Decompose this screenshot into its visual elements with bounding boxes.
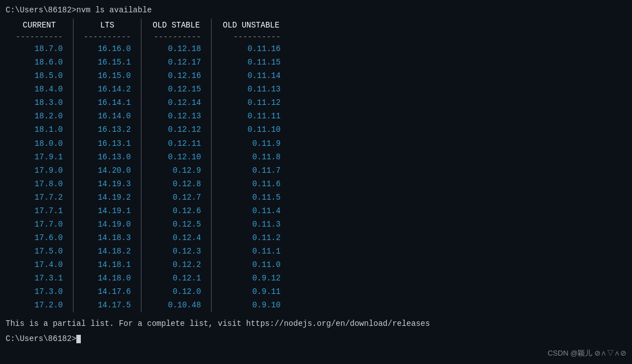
cell-old_stable: 0.12.14 [141, 96, 212, 109]
info-line: This is a partial list. For a complete l… [6, 317, 626, 331]
table-row: 17.4.014.18.10.12.20.11.0 [6, 258, 291, 271]
cell-current: 17.2.0 [6, 298, 74, 312]
table-row: 18.0.016.13.10.12.110.11.9 [6, 137, 291, 150]
cell-lts: 16.13.1 [74, 137, 141, 150]
sep-old-unstable: ---------- [212, 33, 291, 42]
cell-old_stable: 0.12.7 [141, 191, 212, 204]
cell-old_stable: 0.12.3 [141, 245, 212, 258]
cell-old_stable: 0.12.10 [141, 150, 212, 164]
cell-lts: 14.17.5 [74, 298, 141, 312]
cell-current: 17.3.1 [6, 271, 74, 285]
cell-current: 18.1.0 [6, 123, 74, 136]
cell-old_unstable: 0.11.2 [212, 231, 291, 245]
cell-old_stable: 0.12.2 [141, 258, 212, 271]
cell-old_stable: 0.12.18 [141, 42, 212, 56]
table-row: 17.3.114.18.00.12.10.9.12 [6, 271, 291, 285]
table-row: 17.9.014.20.00.12.90.11.7 [6, 164, 291, 177]
table-row: 17.3.014.17.60.12.00.9.11 [6, 285, 291, 298]
table-row: 18.7.016.16.00.12.180.11.16 [6, 42, 291, 56]
cell-lts: 14.18.3 [74, 231, 141, 245]
cell-old_stable: 0.12.5 [141, 218, 212, 231]
cell-lts: 16.14.0 [74, 109, 141, 123]
cell-old_stable: 0.12.15 [141, 82, 212, 96]
table-row: 18.5.016.15.00.12.160.11.14 [6, 69, 291, 82]
cell-current: 17.9.1 [6, 150, 74, 164]
cell-old_unstable: 0.11.6 [212, 177, 291, 191]
cell-old_unstable: 0.11.16 [212, 42, 291, 56]
cell-old_unstable: 0.11.0 [212, 258, 291, 271]
cell-lts: 14.19.2 [74, 191, 141, 204]
cell-lts: 16.14.1 [74, 96, 141, 109]
cell-lts: 16.15.0 [74, 69, 141, 82]
sep-lts: ---------- [74, 33, 141, 42]
cell-current: 17.3.0 [6, 285, 74, 298]
cell-current: 17.5.0 [6, 245, 74, 258]
cell-current: 18.0.0 [6, 137, 74, 150]
header-old-unstable: OLD UNSTABLE [212, 19, 291, 33]
separator-row: ---------- ---------- ---------- -------… [6, 33, 291, 42]
cell-old_unstable: 0.11.14 [212, 69, 291, 82]
table-row: 17.7.214.19.20.12.70.11.5 [6, 191, 291, 204]
table-row: 17.6.014.18.30.12.40.11.2 [6, 231, 291, 245]
cell-old_stable: 0.12.9 [141, 164, 212, 177]
cell-old_stable: 0.12.8 [141, 177, 212, 191]
cell-lts: 16.13.2 [74, 123, 141, 136]
cell-old_unstable: 0.11.1 [212, 245, 291, 258]
cell-lts: 14.19.1 [74, 204, 141, 218]
table-row: 17.5.014.18.20.12.30.11.1 [6, 245, 291, 258]
header-current: CURRENT [6, 19, 74, 33]
table-header-row: CURRENT LTS OLD STABLE OLD UNSTABLE [6, 19, 291, 33]
cell-old_unstable: 0.9.11 [212, 285, 291, 298]
cell-current: 18.6.0 [6, 56, 74, 69]
cell-current: 17.7.1 [6, 204, 74, 218]
cell-old_stable: 0.12.4 [141, 231, 212, 245]
cell-current: 17.8.0 [6, 177, 74, 191]
cell-old_stable: 0.10.48 [141, 298, 212, 312]
cell-current: 17.4.0 [6, 258, 74, 271]
cell-old_unstable: 0.11.15 [212, 56, 291, 69]
table-row: 18.1.016.13.20.12.120.11.10 [6, 123, 291, 136]
table-row: 17.9.116.13.00.12.100.11.8 [6, 150, 291, 164]
cell-old_stable: 0.12.0 [141, 285, 212, 298]
terminal-window: C:\Users\86182>nvm ls available CURRENT … [0, 0, 632, 364]
cell-old_unstable: 0.11.4 [212, 204, 291, 218]
command-line: C:\Users\86182>nvm ls available [6, 4, 626, 16]
cell-lts: 16.14.2 [74, 82, 141, 96]
cell-old_unstable: 0.11.7 [212, 164, 291, 177]
cell-old_stable: 0.12.13 [141, 109, 212, 123]
cell-old_unstable: 0.11.8 [212, 150, 291, 164]
version-table: CURRENT LTS OLD STABLE OLD UNSTABLE ----… [6, 19, 291, 312]
cell-old_stable: 0.12.11 [141, 137, 212, 150]
cell-old_unstable: 0.11.10 [212, 123, 291, 136]
cell-current: 17.9.0 [6, 164, 74, 177]
cell-old_stable: 0.12.17 [141, 56, 212, 69]
cell-old_unstable: 0.11.11 [212, 109, 291, 123]
cell-old_stable: 0.12.1 [141, 271, 212, 285]
cell-current: 18.3.0 [6, 96, 74, 109]
cell-current: 17.7.0 [6, 218, 74, 231]
cell-lts: 14.19.0 [74, 218, 141, 231]
cell-old_unstable: 0.11.5 [212, 191, 291, 204]
cell-lts: 14.19.3 [74, 177, 141, 191]
cell-old_unstable: 0.11.3 [212, 218, 291, 231]
cell-current: 18.7.0 [6, 42, 74, 56]
cell-lts: 16.13.0 [74, 150, 141, 164]
sep-old-stable: ---------- [141, 33, 212, 42]
final-prompt: C:\Users\86182> [6, 334, 626, 343]
cell-lts: 14.17.6 [74, 285, 141, 298]
cell-old_unstable: 0.9.12 [212, 271, 291, 285]
cell-lts: 14.18.0 [74, 271, 141, 285]
cell-lts: 14.18.1 [74, 258, 141, 271]
sep-current: ---------- [6, 33, 74, 42]
cell-old_unstable: 0.11.12 [212, 96, 291, 109]
table-row: 17.7.114.19.10.12.60.11.4 [6, 204, 291, 218]
cell-old_stable: 0.12.16 [141, 69, 212, 82]
cell-lts: 16.15.1 [74, 56, 141, 69]
table-row: 17.7.014.19.00.12.50.11.3 [6, 218, 291, 231]
cell-old_stable: 0.12.6 [141, 204, 212, 218]
table-row: 18.4.016.14.20.12.150.11.13 [6, 82, 291, 96]
table-row: 18.6.016.15.10.12.170.11.15 [6, 56, 291, 69]
cell-current: 18.4.0 [6, 82, 74, 96]
cursor [76, 335, 81, 343]
cell-current: 18.5.0 [6, 69, 74, 82]
